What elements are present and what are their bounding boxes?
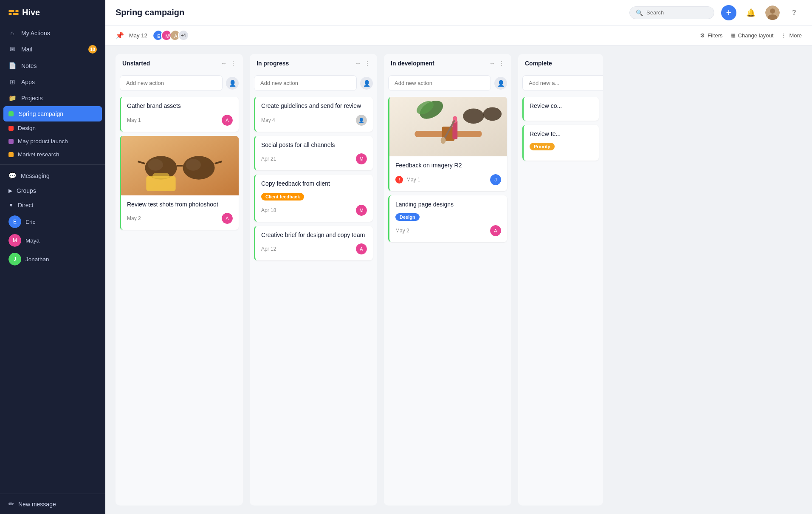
card-avatar-3: 👤 [356,115,367,126]
sidebar-item-mail[interactable]: ✉ Mail 10 [0,41,105,58]
sidebar-item-my-actions[interactable]: ⌂ My Actions [0,25,105,41]
card-footer-3: May 4 👤 [261,115,367,126]
card-create-guidelines[interactable]: Create guidelines and send for review Ma… [254,97,373,132]
add-action-input-in-progress[interactable] [254,75,357,91]
column-in-progress: In progress ↔ ⋮ 👤 Create guidelines and … [250,54,377,506]
column-menu-icon-2[interactable]: ⋮ [364,60,370,67]
resize-icon-2[interactable]: ↔ [355,60,361,67]
help-button[interactable]: ? [787,5,802,20]
add-button[interactable]: + [721,5,736,20]
card-footer-7: ! May 1 J [395,174,501,185]
resize-icon[interactable]: ↔ [221,60,227,67]
messaging-icon: 💬 [8,172,17,180]
project-dot-may [8,139,14,144]
sidebar-item-projects[interactable]: 📁 Projects [0,90,105,106]
svg-text:M: M [165,34,169,39]
logo[interactable]: Hive [0,0,105,25]
sidebar-item-spring-campaign[interactable]: Spring campaign [3,106,102,121]
notifications-button[interactable]: 🔔 [743,5,758,20]
compose-icon: ✏ [8,500,14,508]
card-date-6: Apr 12 [261,246,276,252]
column-menu-icon-3[interactable]: ⋮ [499,60,505,67]
card-copy-feedback[interactable]: Copy feedback from client Client feedbac… [254,175,373,222]
card-title-5: Copy feedback from client [261,180,367,188]
svg-rect-23 [146,176,175,191]
more-button[interactable]: ⋮ More [781,32,802,39]
card-date-8: May 2 [395,228,409,234]
sidebar-dm-jonathan[interactable]: J Jonathan [0,250,105,268]
column-in-development: In development ↔ ⋮ 👤 [384,54,511,506]
column-header-unstarted: Unstarted ↔ ⋮ [116,54,243,71]
card-avatar-6: A [356,243,367,254]
card-footer-5: Apr 18 M [261,205,367,216]
card-review-co[interactable]: Review co... [522,97,599,121]
sidebar-item-may-product[interactable]: May product launch [0,135,105,148]
sidebar-item-notes[interactable]: 📄 Notes [0,58,105,74]
card-footer-8: May 2 A [395,225,501,236]
card-date-3: May 4 [261,117,275,123]
mail-icon: ✉ [8,45,16,53]
column-title-unstarted: Unstarted [122,60,217,67]
card-tag-priority: Priority [530,143,555,150]
column-title-complete: Complete [525,60,596,67]
project-dot-design [8,126,14,131]
add-action-unstarted: 👤 [116,71,243,97]
sub-header-actions: ⚙ Filters ▦ Change layout ⋮ More [700,32,802,39]
card-body-5: Copy feedback from client Client feedbac… [255,175,373,222]
card-social-posts[interactable]: Social posts for all channels Apr 21 M [254,136,373,171]
card-avatar-2: A [222,213,233,224]
sidebar: Hive ⌂ My Actions ✉ Mail 10 📄 Notes ⊞ Ap… [0,0,105,514]
card-avatar-8: A [490,225,501,236]
card-review-test-shots[interactable]: Review test shots from photoshoot May 2 … [120,136,239,230]
add-action-input-complete[interactable] [522,75,603,91]
avatar-extra-count: +4 [178,30,189,41]
bell-icon: 🔔 [746,8,756,17]
sidebar-item-messaging[interactable]: 💬 Messaging [0,168,105,184]
svg-point-26 [186,159,201,171]
card-body-1: Gather brand assets May 1 A [121,97,239,132]
card-image-fashion [389,97,507,156]
column-header-complete: Complete [518,54,603,71]
column-cards-unstarted: Gather brand assets May 1 A [116,97,243,506]
change-layout-button[interactable]: ▦ Change layout [730,32,774,39]
card-date-7: May 1 [406,177,420,183]
sidebar-item-groups[interactable]: ▶ Groups [0,184,105,198]
sidebar-item-market-research[interactable]: Market research [0,148,105,161]
card-avatar-7: J [490,174,501,185]
card-title-6: Creative brief for design and copy team [261,231,367,240]
add-action-input-unstarted[interactable] [120,75,223,91]
avatar-maya: M [8,234,21,247]
card-tag-design: Design [395,213,420,221]
card-date-2: May 2 [127,215,141,221]
card-avatar-4: M [356,153,367,164]
svg-text:E: E [157,34,160,39]
column-header-in-dev: In development ↔ ⋮ [384,54,511,71]
search-input[interactable] [646,9,708,16]
sidebar-item-apps[interactable]: ⊞ Apps [0,74,105,90]
card-body-9: Review co... [524,97,599,121]
user-avatar[interactable] [765,6,780,20]
card-review-te[interactable]: Review te... Priority [522,125,599,161]
card-creative-brief[interactable]: Creative brief for design and copy team … [254,226,373,261]
svg-text:A: A [226,216,229,221]
card-body-10: Review te... Priority [524,125,599,161]
card-landing-page[interactable]: Landing page designs Design May 2 A [388,195,507,243]
svg-point-40 [463,108,484,124]
card-body-7: Feedback on imagery R2 ! May 1 J [389,156,507,191]
card-title-7: Feedback on imagery R2 [395,161,501,170]
add-action-avatar-unstarted: 👤 [226,77,239,90]
sidebar-dm-eric[interactable]: E Eric [0,212,105,231]
svg-point-48 [441,137,446,144]
avatar-eric: E [8,215,21,228]
filters-button[interactable]: ⚙ Filters [700,32,722,39]
resize-icon-3[interactable]: ↔ [489,60,495,67]
new-message-button[interactable]: ✏ New message [8,500,97,508]
card-feedback-imagery[interactable]: Feedback on imagery R2 ! May 1 J [388,97,507,191]
sidebar-item-direct[interactable]: ▼ Direct [0,198,105,212]
search-bar[interactable]: 🔍 [629,6,714,19]
card-gather-brand[interactable]: Gather brand assets May 1 A [120,97,239,132]
sidebar-dm-maya[interactable]: M Maya [0,231,105,250]
sidebar-item-design[interactable]: Design [0,121,105,135]
column-menu-icon[interactable]: ⋮ [230,60,236,67]
add-action-input-in-dev[interactable] [388,75,491,91]
